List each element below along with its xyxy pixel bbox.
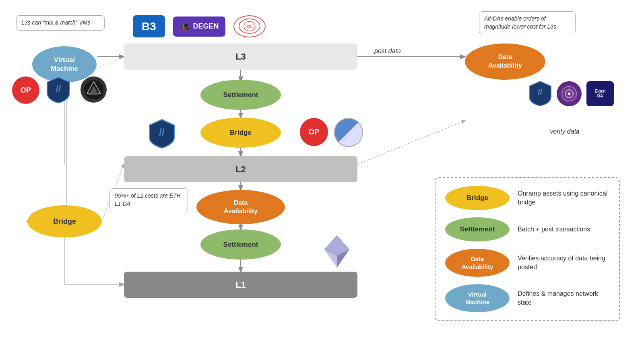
arb-logo-da: // (528, 80, 552, 107)
l2-layer: L2 (124, 156, 357, 182)
legend-vm-ellipse: VirtualMachine (445, 284, 510, 312)
bridge-l1-label: Bridge (53, 217, 76, 226)
da-l2-ellipse: DataAvailability (196, 190, 285, 224)
solidity-icon-vm (80, 76, 107, 103)
redstone-logo: ⊂C (233, 15, 266, 37)
degen-logo: 🎩 DEGEN (173, 17, 225, 37)
legend-da-desc: Verifies accuracy of data being posted (518, 254, 609, 272)
svg-text://: // (56, 84, 61, 94)
annotation-alt-das-text: Alt-DAs enable orders of magnitude lower… (484, 15, 556, 30)
blue-circle-l3 (334, 118, 363, 147)
legend-bridge-desc: Onramp assets using canonical bridge (518, 189, 609, 207)
degen-text: DEGEN (193, 22, 219, 31)
legend-bridge-ellipse: Bridge (445, 186, 510, 210)
b3-logo: B3 (133, 15, 165, 37)
legend-bridge-row: Bridge Onramp assets using canonical bri… (445, 186, 609, 210)
svg-text://: // (538, 88, 543, 97)
arb-shield-vm: // (46, 76, 70, 104)
settlement-l2-label: Settlement (223, 241, 258, 249)
main-diagram: B3 🎩 DEGEN ⊂C L3s can “mix & match” VMs … (0, 0, 644, 361)
legend-vm-row: VirtualMachine Defines & manages network… (445, 284, 609, 312)
legend-da-row: DataAvailability Verifies accuracy of da… (445, 249, 609, 277)
top-logos-area: B3 🎩 DEGEN ⊂C (133, 15, 266, 37)
legend-settlement-desc: Batch + post transactions (518, 225, 590, 234)
legend-settlement-row: Settlement Batch + post transactions (445, 217, 609, 241)
l2-label: L2 (235, 164, 246, 175)
b3-text: B3 (142, 20, 156, 33)
bridge-l3-label: Bridge (230, 129, 252, 137)
eigenda-logo-da: EigenDA (586, 81, 614, 106)
svg-text://: // (159, 127, 165, 138)
legend-settlement-label: Settlement (460, 225, 495, 233)
annotation-alt-das: Alt-DAs enable orders of magnitude lower… (479, 11, 576, 34)
settlement-l3-label: Settlement (223, 91, 258, 99)
l3-layer: L3 (124, 43, 357, 70)
l1-label: L1 (235, 280, 246, 290)
legend-bridge-label: Bridge (466, 194, 488, 202)
annotation-vms-mix: L3s can “mix & match” VMs (16, 15, 105, 31)
bridge-l1-ellipse: Bridge (27, 205, 102, 237)
op-circle-l3: OP (300, 118, 328, 146)
annotation-l2-costs-text: 95%+ of L2 costs are ETH L1 DA (115, 192, 181, 207)
celestia-logo-da (557, 81, 582, 106)
legend-box: Bridge Onramp assets using canonical bri… (435, 177, 620, 321)
settlement-l2-ellipse: Settlement (200, 229, 281, 260)
da-top-right-ellipse: DataAvailability (465, 43, 545, 80)
post-data-label: post data (374, 47, 401, 55)
eth-diamond (322, 233, 352, 271)
arb-shield-l3: // (149, 119, 175, 149)
verify-data-label: verify data (550, 128, 580, 135)
bridge-l3-ellipse: Bridge (200, 118, 281, 148)
annotation-l2-costs: 95%+ of L2 costs are ETH L1 DA (109, 188, 188, 211)
l3-label: L3 (235, 52, 246, 62)
legend-settlement-ellipse: Settlement (445, 217, 510, 241)
legend-vm-desc: Defines & manages network state (518, 289, 609, 307)
legend-da-ellipse: DataAvailability (445, 249, 510, 277)
annotation-vms-mix-text: L3s can “mix & match” VMs (21, 19, 90, 26)
da-providers-logos: // EigenDA (528, 80, 614, 107)
settlement-l3-ellipse: Settlement (200, 80, 281, 110)
svg-line-13 (357, 121, 465, 164)
op-circle-vm: OP (12, 76, 39, 104)
svg-text:⊂C: ⊂C (246, 23, 254, 29)
l1-layer: L1 (124, 272, 357, 298)
